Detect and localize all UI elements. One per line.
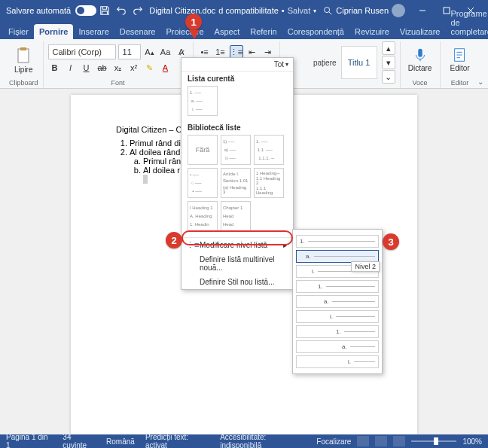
toggle-switch[interactable] xyxy=(75,5,96,16)
group-font: Calibri (Corp) 11 A▴ Aa A̷ B I U ab x₂ x… xyxy=(44,41,194,88)
zoom-slider[interactable] xyxy=(411,440,456,442)
accessibility-status[interactable]: Accesibilitate: indisponibilă xyxy=(220,433,306,448)
editor-label: Editor xyxy=(451,78,469,88)
list-thumb[interactable]: 1. ── 1.1. ── 1.1.1. ─ xyxy=(254,135,284,165)
list-thumb[interactable]: 1) ── a) ── i) ── xyxy=(221,135,251,165)
paste-button[interactable]: Lipire xyxy=(10,46,37,74)
focus-mode[interactable]: Focalizare xyxy=(316,437,351,446)
word-count[interactable]: 34 cuvinte xyxy=(63,433,96,448)
collapse-ribbon-button[interactable]: ⌄ xyxy=(477,78,483,86)
tab-view[interactable]: Vizualizare xyxy=(395,24,446,39)
font-size-combo[interactable]: 11 xyxy=(118,44,141,59)
font-name-combo[interactable]: Calibri (Corp) xyxy=(48,44,116,59)
tab-draw[interactable]: Desenare xyxy=(114,24,161,39)
library-header: Bibliotecă liste xyxy=(181,120,293,135)
change-list-level-cmd[interactable]: ⋮≡ Modificare nivel listă ▸ xyxy=(181,238,293,252)
title-bar: Salvare automată Digital Citizen.doc d c… xyxy=(0,0,488,21)
multilevel-list-dropdown: Tot ▾ Lista curentă 1. ── a. ── i. ── Bi… xyxy=(181,57,294,290)
level-option-1[interactable]: 1. xyxy=(296,235,379,248)
tab-design[interactable]: Proiectare xyxy=(160,24,209,39)
callout-2: 2 xyxy=(166,232,182,248)
undo-icon[interactable] xyxy=(115,5,127,17)
current-list-header: Lista curentă xyxy=(181,72,293,86)
spacing-label: pațiere xyxy=(313,59,337,67)
tab-home[interactable]: Pornire xyxy=(34,24,74,39)
web-layout-button[interactable] xyxy=(393,436,405,446)
text-predictions[interactable]: Predicții text: activat xyxy=(145,433,209,448)
styles-more-button[interactable]: ⌄ xyxy=(382,70,395,84)
page-indicator[interactable]: Pagina 1 din 1 xyxy=(6,433,52,448)
style-title1[interactable]: Titlu 1 xyxy=(341,46,377,79)
list-thumb[interactable]: I Heading 1A. Heading1. Headin xyxy=(188,201,218,231)
styles-up-button[interactable]: ▴ xyxy=(382,41,395,55)
list-thumb[interactable]: 1 Heading─1.1 Heading 21.1.1 Heading xyxy=(254,168,284,198)
bold-button[interactable]: B xyxy=(48,61,62,75)
strikethrough-button[interactable]: ab xyxy=(96,61,109,75)
tab-layout[interactable]: Aspect xyxy=(209,24,246,39)
list-thumb[interactable]: • ── ○ ── ▪ ── xyxy=(188,168,218,198)
level-option-8[interactable]: a. xyxy=(296,340,379,353)
user-account[interactable]: Ciprian Rusen xyxy=(336,4,405,17)
styles-down-button[interactable]: ▾ xyxy=(382,56,395,69)
search-icon[interactable] xyxy=(322,5,334,17)
all-filter[interactable]: Tot ▾ xyxy=(274,60,288,69)
save-icon[interactable] xyxy=(99,5,111,17)
font-label: Font xyxy=(111,78,125,88)
doc-name: Digital Citizen.doc xyxy=(149,6,215,15)
level-option-4[interactable]: 1. xyxy=(296,280,379,293)
dictate-button[interactable]: Dictare xyxy=(405,47,435,72)
define-list-style-cmd[interactable]: Definire Stil nou listă... xyxy=(181,275,293,289)
svg-point-0 xyxy=(325,8,330,13)
callout-3: 3 xyxy=(383,233,399,250)
highlight-button[interactable]: ✎ xyxy=(143,61,157,75)
redo-icon[interactable] xyxy=(132,5,144,17)
group-editor: Editor Editor xyxy=(441,41,480,88)
minimize-button[interactable] xyxy=(411,3,434,18)
group-voice: Dictare Voce xyxy=(401,41,441,88)
editor-button[interactable]: Editor xyxy=(445,47,475,72)
language-indicator[interactable]: Română xyxy=(106,437,135,446)
text-cursor xyxy=(143,175,148,184)
voice-label: Voce xyxy=(413,78,428,88)
tab-review[interactable]: Revizuire xyxy=(349,24,395,39)
svg-rect-4 xyxy=(418,49,422,57)
superscript-button[interactable]: x² xyxy=(127,61,141,75)
chevron-right-icon: ▸ xyxy=(283,241,287,249)
doc-title: Digital Citizen.doc d compatibilitate • … xyxy=(146,6,319,15)
underline-button[interactable]: U xyxy=(80,61,93,75)
level-option-5[interactable]: a. xyxy=(296,295,379,308)
avatar xyxy=(392,4,405,17)
level-option-9[interactable]: i. xyxy=(296,355,379,368)
tab-mailings[interactable]: Corespondență xyxy=(282,24,349,39)
ribbon-tabs: Fișier Pornire Inserare Desenare Proiect… xyxy=(0,21,488,39)
tab-insert[interactable]: Inserare xyxy=(73,24,114,39)
read-mode-button[interactable] xyxy=(357,436,369,446)
grow-font-button[interactable]: A▴ xyxy=(143,45,157,59)
level-tooltip: Nivel 2 xyxy=(351,261,380,272)
compat-mode: d compatibilitate xyxy=(218,6,279,15)
list-thumb-current[interactable]: 1. ── a. ── i. ── xyxy=(188,86,218,116)
tab-references[interactable]: Referin xyxy=(245,24,282,39)
print-layout-button[interactable] xyxy=(375,436,387,446)
level-option-2[interactable]: a. Nivel 2 xyxy=(296,250,379,263)
list-level-icon: ⋮≡ xyxy=(186,240,199,250)
level-option-6[interactable]: i. xyxy=(296,310,379,323)
list-thumb[interactable]: Article I.Section 1.01(a) Heading 3 xyxy=(221,168,251,198)
tab-file[interactable]: Fișier xyxy=(3,24,34,39)
font-color-button[interactable]: A xyxy=(159,61,172,75)
tab-addins[interactable]: Programe de completare xyxy=(445,6,488,39)
define-multilevel-cmd[interactable]: Definire listă multinivel nouă... xyxy=(181,252,293,275)
change-case-button[interactable]: Aa xyxy=(159,45,172,59)
zoom-level[interactable]: 100% xyxy=(462,437,482,446)
status-bar: Pagina 1 din 1 34 cuvinte Română Predicț… xyxy=(0,434,488,448)
list-thumb[interactable]: Chapter 1HeadHead xyxy=(221,201,251,231)
subscript-button[interactable]: x₂ xyxy=(111,61,125,75)
list-level-submenu: 1. a. Nivel 2 i. 1. a. i. 1. a. i. xyxy=(292,229,383,374)
list-thumb-none[interactable]: Fără xyxy=(188,135,218,165)
autosave-toggle[interactable]: Salvare automată xyxy=(6,5,96,16)
callout-1: 1 xyxy=(185,14,202,30)
italic-button[interactable]: I xyxy=(64,61,78,75)
level-option-7[interactable]: 1. xyxy=(296,325,379,338)
group-clipboard: Lipire Clipboard xyxy=(5,41,44,88)
svg-rect-3 xyxy=(20,47,26,50)
